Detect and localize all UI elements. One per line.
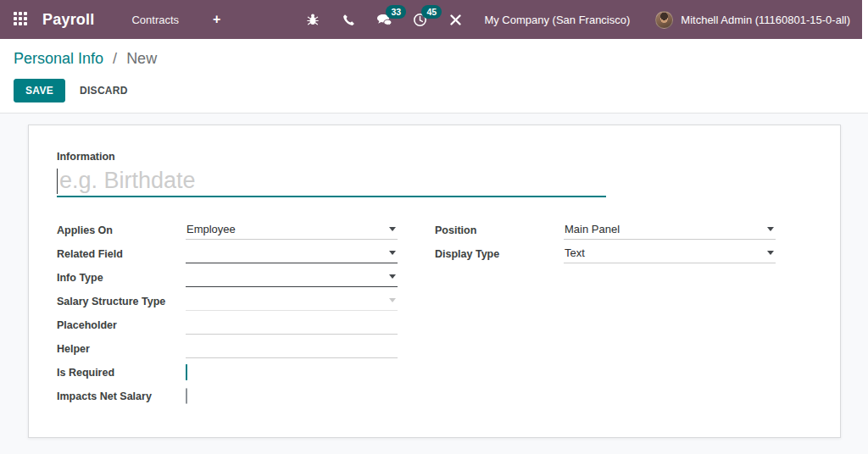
display-type-label: Display Type (435, 248, 564, 260)
chevron-down-icon (389, 298, 396, 302)
display-type-select[interactable]: Text (564, 245, 776, 263)
company-switcher[interactable]: My Company (San Francisco) (484, 14, 630, 26)
impacts-net-salary-checkbox[interactable] (186, 388, 187, 404)
salary-structure-type-label: Salary Structure Type (57, 296, 186, 307)
add-menu-button[interactable]: + (213, 12, 220, 27)
content-area: Information Applies On Employee Position… (0, 114, 868, 454)
activities-icon[interactable]: 45 (411, 11, 428, 28)
breadcrumb-new: New (126, 50, 157, 67)
chevron-down-icon (767, 227, 774, 231)
user-name: Mitchell Admin (11160801-15-0-all) (681, 14, 850, 26)
position-select[interactable]: Main Panel (564, 221, 776, 240)
menu-contracts[interactable]: Contracts (131, 14, 179, 26)
navbar-icons: 33 45 (304, 11, 464, 28)
helper-input[interactable] (186, 340, 398, 358)
related-field-select[interactable] (186, 245, 398, 263)
related-field-label: Related Field (57, 248, 186, 260)
top-navbar: Payroll Contracts + 33 (0, 0, 862, 39)
breadcrumb: Personal Info / New (14, 50, 854, 68)
is-required-label: Is Required (57, 367, 186, 379)
placeholder-label: Placeholder (57, 319, 186, 331)
form-sheet: Information Applies On Employee Position… (28, 125, 841, 438)
helper-label: Helper (57, 343, 186, 355)
breadcrumb-separator: / (113, 50, 117, 67)
user-avatar (655, 11, 673, 29)
breadcrumb-personal-info[interactable]: Personal Info (14, 50, 103, 67)
phone-icon[interactable] (340, 11, 357, 28)
fields-grid: Applies On Employee Position Main Panel … (57, 219, 840, 408)
information-label: Information (57, 151, 840, 163)
messages-count-badge: 33 (386, 5, 406, 19)
chevron-down-icon (389, 227, 396, 231)
control-panel: Personal Info / New SAVE DISCARD (0, 39, 868, 114)
salary-structure-type-select[interactable] (186, 292, 398, 311)
is-required-checkbox[interactable] (186, 364, 187, 380)
impacts-net-salary-label: Impacts Net Salary (57, 390, 186, 402)
control-panel-buttons: SAVE DISCARD (14, 79, 854, 102)
close-icon[interactable] (447, 11, 464, 28)
chevron-down-icon (389, 251, 396, 255)
information-input-wrap (57, 166, 606, 197)
bug-icon[interactable] (304, 11, 321, 28)
messages-icon[interactable]: 33 (376, 11, 392, 28)
discard-button[interactable]: DISCARD (80, 85, 128, 97)
information-input[interactable] (58, 166, 606, 196)
apps-menu-icon[interactable] (14, 12, 29, 27)
scrollbar-gutter (862, 0, 868, 39)
info-type-label: Info Type (57, 272, 186, 284)
applies-on-select[interactable]: Employee (186, 221, 398, 240)
info-type-select[interactable] (186, 269, 398, 287)
chevron-down-icon (389, 274, 396, 279)
placeholder-input[interactable] (186, 316, 398, 335)
chevron-down-icon (767, 251, 774, 255)
save-button[interactable]: SAVE (14, 79, 65, 102)
applies-on-label: Applies On (57, 224, 186, 236)
position-label: Position (435, 224, 564, 236)
user-menu[interactable]: Mitchell Admin (11160801-15-0-all) (655, 11, 850, 29)
app-title[interactable]: Payroll (42, 11, 94, 29)
activities-count-badge: 45 (421, 5, 442, 19)
